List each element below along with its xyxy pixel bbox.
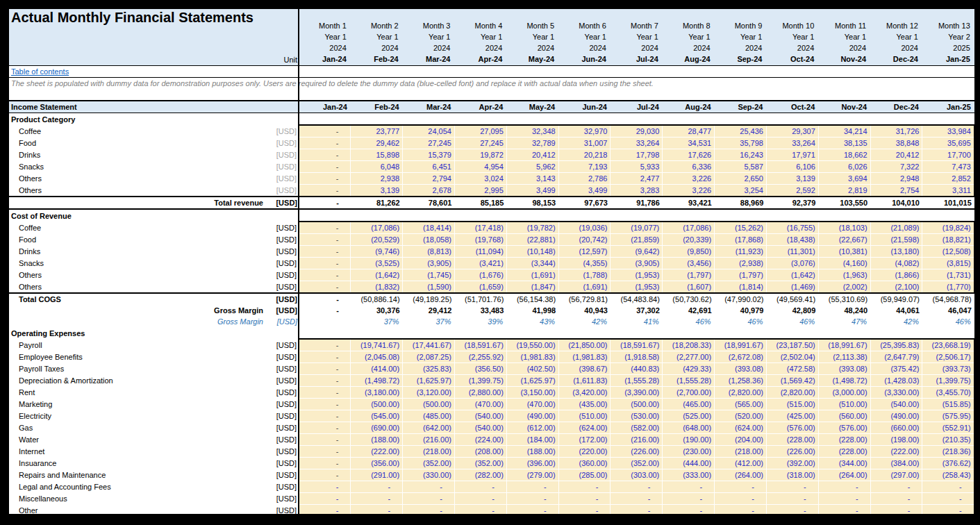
value-cell[interactable]: (258.43) (922, 469, 974, 481)
value-cell[interactable]: (18,414) (403, 222, 455, 234)
value-cell[interactable]: (485.00) (403, 410, 455, 422)
value-cell[interactable]: (1,399.75) (922, 375, 974, 387)
value-cell[interactable]: - (299, 493, 351, 505)
value-cell[interactable]: 27,095 (454, 125, 506, 138)
value-cell[interactable]: (228.00) (766, 434, 818, 446)
value-cell[interactable]: (690.00) (351, 422, 403, 434)
value-cell[interactable]: (1,469) (766, 281, 818, 294)
value-cell[interactable]: 27,245 (454, 138, 506, 149)
value-cell[interactable]: (412.00) (715, 458, 767, 469)
value-cell[interactable]: (545.00) (351, 410, 403, 422)
value-cell[interactable]: 29,462 (351, 138, 403, 149)
value-cell[interactable]: - (766, 493, 818, 505)
value-cell[interactable]: (19,782) (506, 222, 558, 234)
value-cell[interactable]: (575.95) (922, 410, 974, 422)
value-cell[interactable]: (1,731) (922, 269, 974, 281)
value-cell[interactable]: (13,180) (870, 246, 922, 258)
value-cell[interactable]: (352.00) (403, 458, 455, 469)
value-cell[interactable]: 3,226 (663, 185, 715, 197)
value-cell[interactable]: - (766, 481, 818, 493)
value-cell[interactable]: (1,745) (403, 269, 455, 281)
value-cell[interactable]: 3,254 (715, 185, 767, 197)
value-cell[interactable]: 2,650 (715, 173, 767, 185)
value-cell[interactable]: (1,866) (870, 269, 922, 281)
value-cell[interactable]: (1,797) (715, 269, 767, 281)
value-cell[interactable]: - (299, 399, 351, 410)
value-cell[interactable]: (1,590) (403, 281, 455, 294)
value-cell[interactable]: - (870, 481, 922, 493)
value-cell[interactable]: (2,277.00) (663, 351, 715, 363)
value-cell[interactable]: (222.00) (351, 446, 403, 458)
value-cell[interactable]: (210.35) (922, 434, 974, 446)
value-cell[interactable]: (648.00) (663, 422, 715, 434)
value-cell[interactable]: (3,421) (454, 258, 506, 269)
value-cell[interactable]: (264.00) (715, 469, 767, 481)
value-cell[interactable]: (624.00) (558, 422, 611, 434)
value-cell[interactable]: (510.00) (558, 410, 611, 422)
value-cell[interactable]: (18,591.67) (454, 339, 506, 351)
value-cell[interactable]: (17,868) (715, 234, 767, 246)
value-cell[interactable]: (230.00) (663, 446, 715, 458)
value-cell[interactable]: (356.00) (351, 458, 403, 469)
value-cell[interactable]: - (611, 505, 663, 515)
value-cell[interactable]: (1,607) (663, 281, 715, 294)
value-cell[interactable]: 17,798 (611, 149, 663, 161)
value-cell[interactable]: (204.00) (715, 434, 767, 446)
value-cell[interactable]: - (299, 281, 351, 294)
value-cell[interactable]: - (299, 446, 351, 458)
value-cell[interactable]: (19,077) (611, 222, 663, 234)
value-cell[interactable]: (297.00) (870, 469, 922, 481)
value-cell[interactable]: (398.67) (558, 363, 611, 375)
value-cell[interactable]: (3,120.00) (403, 387, 455, 399)
value-cell[interactable]: - (299, 387, 351, 399)
value-cell[interactable]: (3,180.00) (351, 387, 403, 399)
value-cell[interactable]: (520.00) (715, 410, 767, 422)
value-cell[interactable]: (18,591.67) (611, 339, 663, 351)
value-cell[interactable]: - (299, 173, 351, 185)
value-cell[interactable]: 20,412 (506, 149, 558, 161)
value-cell[interactable]: (510.00) (818, 399, 870, 410)
value-cell[interactable]: (3,905) (611, 258, 663, 269)
value-cell[interactable]: (4,160) (818, 258, 870, 269)
value-cell[interactable]: 2,786 (558, 173, 611, 185)
value-cell[interactable]: 38,848 (870, 138, 922, 149)
value-cell[interactable]: 16,243 (715, 149, 767, 161)
value-cell[interactable]: (18,058) (403, 234, 455, 246)
value-cell[interactable]: (465.00) (663, 399, 715, 410)
value-cell[interactable]: - (454, 481, 506, 493)
value-cell[interactable]: - (715, 481, 767, 493)
value-cell[interactable]: - (299, 422, 351, 434)
value-cell[interactable]: (2,045.08) (351, 351, 403, 363)
value-cell[interactable]: - (299, 138, 351, 149)
value-cell[interactable]: (9,642) (611, 246, 663, 258)
value-cell[interactable]: (1,832) (351, 281, 403, 294)
value-cell[interactable]: (1,642) (351, 269, 403, 281)
value-cell[interactable]: (540.00) (454, 410, 506, 422)
value-cell[interactable]: 2,477 (611, 173, 663, 185)
value-cell[interactable]: (1,981.83) (506, 351, 558, 363)
value-cell[interactable]: (582.00) (611, 422, 663, 434)
value-cell[interactable]: - (299, 363, 351, 375)
value-cell[interactable]: (1,642) (766, 269, 818, 281)
value-cell[interactable]: (1,788) (558, 269, 611, 281)
value-cell[interactable]: - (299, 434, 351, 446)
value-cell[interactable]: (414.00) (351, 363, 403, 375)
value-cell[interactable]: (384.00) (870, 458, 922, 469)
value-cell[interactable]: (500.00) (403, 399, 455, 410)
value-cell[interactable]: 2,592 (766, 185, 818, 197)
value-cell[interactable]: 33,984 (922, 125, 974, 138)
value-cell[interactable]: (1,555.28) (611, 375, 663, 387)
value-cell[interactable]: 3,499 (558, 185, 611, 197)
value-cell[interactable]: (360.00) (558, 458, 611, 469)
value-cell[interactable]: (1,611.83) (558, 375, 611, 387)
value-cell[interactable]: 6,451 (403, 161, 455, 173)
value-cell[interactable]: (1,691) (558, 281, 611, 294)
value-cell[interactable]: (19,741.67) (351, 339, 403, 351)
value-cell[interactable]: - (403, 481, 455, 493)
value-cell[interactable]: (500.00) (351, 399, 403, 410)
value-cell[interactable]: (1,555.28) (663, 375, 715, 387)
value-cell[interactable]: (20,529) (351, 234, 403, 246)
value-cell[interactable]: (2,255.92) (454, 351, 506, 363)
value-cell[interactable]: 32,348 (506, 125, 558, 138)
value-cell[interactable]: (220.00) (558, 446, 611, 458)
